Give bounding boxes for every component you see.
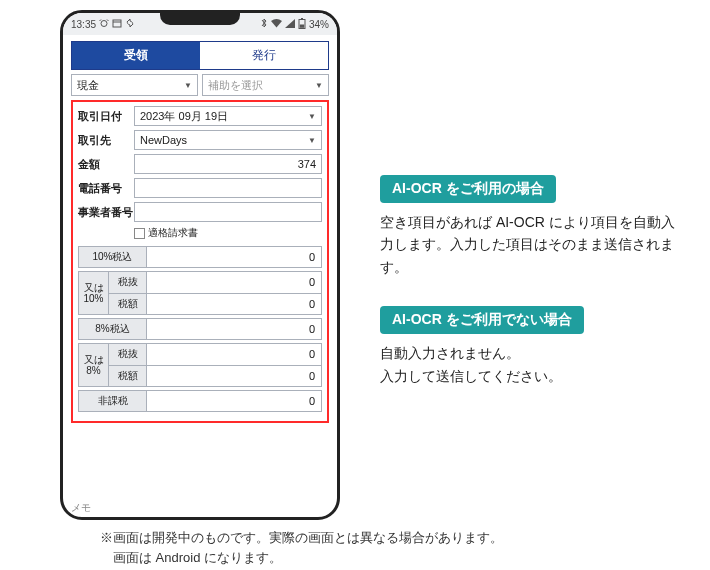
callout1-body: 空き項目があれば AI-OCR により項目を自動入力します。入力した項目はそのま… xyxy=(380,211,680,278)
phone-frame: 13:35 xyxy=(60,10,340,520)
tax8tax-field[interactable]: 0 xyxy=(147,366,321,387)
amount-field[interactable]: 374 xyxy=(134,154,322,174)
tax8inc-field[interactable]: 0 xyxy=(147,319,321,339)
partner-label: 取引先 xyxy=(78,133,134,148)
qualified-label: 適格請求書 xyxy=(148,226,198,240)
calendar-icon xyxy=(112,18,122,30)
status-time: 13:35 xyxy=(71,19,96,30)
phone-label: 電話番号 xyxy=(78,181,134,196)
qualified-checkbox[interactable] xyxy=(134,228,145,239)
callout2-title: AI-OCR をご利用でない場合 xyxy=(380,306,584,334)
svg-rect-7 xyxy=(300,24,304,27)
svg-line-1 xyxy=(100,20,102,22)
svg-rect-6 xyxy=(301,18,303,20)
alarm-icon xyxy=(99,18,109,30)
wifi-icon xyxy=(271,19,282,30)
sub-select[interactable]: 補助を選択 xyxy=(202,74,329,96)
tax10excl-label: 税抜 xyxy=(109,272,147,293)
battery-icon xyxy=(298,18,306,31)
phone-field[interactable] xyxy=(134,178,322,198)
form-highlight: 取引日付 2023年 09月 19日 取引先 NewDays 金額 374 電話… xyxy=(71,100,329,423)
bizno-label: 事業者番号 xyxy=(78,205,134,220)
svg-rect-3 xyxy=(113,20,121,27)
phone-notch xyxy=(160,13,240,25)
tax10excl-field[interactable]: 0 xyxy=(147,272,321,293)
tax10tax-label: 税額 xyxy=(109,294,147,315)
nontax-field[interactable]: 0 xyxy=(147,391,321,411)
tab-receive[interactable]: 受領 xyxy=(72,42,200,69)
partner-field[interactable]: NewDays xyxy=(134,130,322,150)
callout1-title: AI-OCR をご利用の場合 xyxy=(380,175,556,203)
tax8excl-field[interactable]: 0 xyxy=(147,344,321,365)
or10-label: 又は10% xyxy=(79,272,109,314)
bizno-field[interactable] xyxy=(134,202,322,222)
amount-label: 金額 xyxy=(78,157,134,172)
payment-method-select[interactable]: 現金 xyxy=(71,74,198,96)
footnote: ※画面は開発中のものです。実際の画面とは異なる場合があります。 画面は Andr… xyxy=(100,528,710,567)
date-label: 取引日付 xyxy=(78,109,134,124)
date-field[interactable]: 2023年 09月 19日 xyxy=(134,106,322,126)
or8-label: 又は8% xyxy=(79,344,109,386)
tax8inc-label: 8%税込 xyxy=(79,319,147,339)
tax10inc-label: 10%税込 xyxy=(79,247,147,267)
callout2-body: 自動入力されません。 入力して送信してください。 xyxy=(380,342,680,387)
svg-line-2 xyxy=(107,20,109,22)
tab-issue[interactable]: 発行 xyxy=(200,42,328,69)
tax10tax-field[interactable]: 0 xyxy=(147,294,321,315)
tax10inc-field[interactable]: 0 xyxy=(147,247,321,267)
callouts: AI-OCR をご利用の場合 空き項目があれば AI-OCR により項目を自動入… xyxy=(380,175,680,415)
signal-icon xyxy=(285,19,295,30)
tax8tax-label: 税額 xyxy=(109,366,147,387)
tax8excl-label: 税抜 xyxy=(109,344,147,365)
bluetooth-icon xyxy=(260,18,268,30)
mode-tabs: 受領 発行 xyxy=(71,41,329,70)
nontax-label: 非課税 xyxy=(79,391,147,411)
sync-icon xyxy=(125,18,135,30)
status-battery-pct: 34% xyxy=(309,19,329,30)
memo-label: メモ xyxy=(71,501,91,515)
svg-point-0 xyxy=(101,21,107,27)
